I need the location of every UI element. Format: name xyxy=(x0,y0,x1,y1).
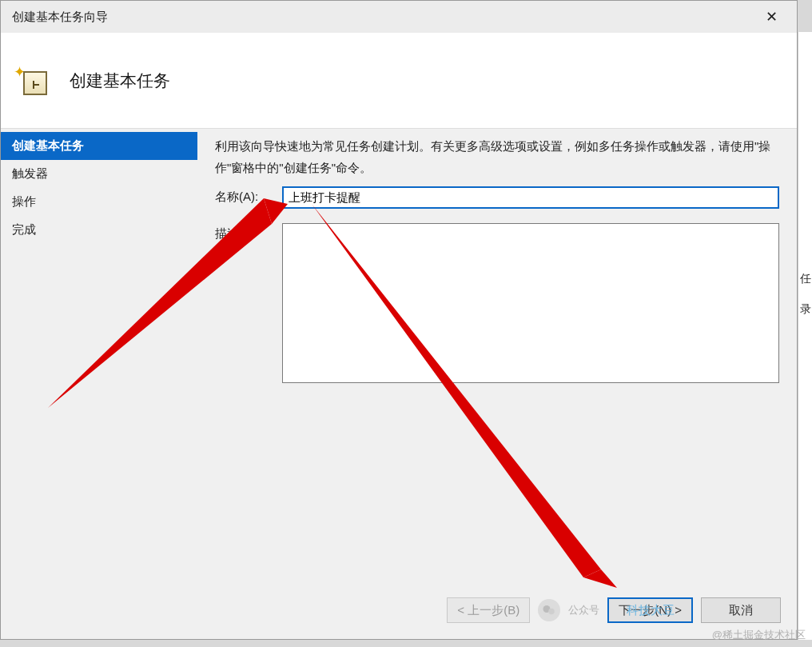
svg-point-1 xyxy=(549,609,555,615)
sidebar-item-trigger[interactable]: 触发器 xyxy=(1,160,197,188)
cancel-button[interactable]: 取消 xyxy=(701,597,781,623)
watermark-prefix: 公众号 xyxy=(568,603,599,617)
task-wizard-icon: ✦ xyxy=(18,66,47,95)
wizard-dialog: 创建基本任务向导 ✕ ✦ 创建基本任务 创建基本任务 触发器 操作 完成 xyxy=(0,0,798,640)
wizard-content: 利用该向导快速地为常见任务创建计划。有关更多高级选项或设置，例如多任务操作或触发… xyxy=(197,129,797,577)
wizard-sidebar: 创建基本任务 触发器 操作 完成 xyxy=(1,129,197,577)
sidebar-item-action[interactable]: 操作 xyxy=(1,188,197,216)
back-button: < 上一步(B) xyxy=(447,597,530,623)
sidebar-item-label: 触发器 xyxy=(12,166,48,180)
sidebar-item-label: 操作 xyxy=(12,194,36,208)
name-input[interactable] xyxy=(282,186,779,209)
outer-text-1: 任 xyxy=(800,272,811,286)
description-input[interactable] xyxy=(282,223,779,383)
wizard-step-title: 创建基本任务 xyxy=(70,70,170,92)
name-label: 名称(A): xyxy=(215,186,282,205)
wechat-icon xyxy=(538,599,560,621)
close-button[interactable]: ✕ xyxy=(755,5,787,29)
dialog-title: 创建基本任务向导 xyxy=(12,10,108,25)
instruction-text: 利用该向导快速地为常见任务创建计划。有关更多高级选项或设置，例如多任务操作或触发… xyxy=(215,135,779,178)
wizard-button-bar: < 上一步(B) 公众号 下一步(N) > 科技大豆 取消 xyxy=(447,597,781,623)
sidebar-item-create-basic-task[interactable]: 创建基本任务 xyxy=(1,132,197,160)
outer-text-2: 录 xyxy=(800,302,811,317)
wizard-header: ✦ 创建基本任务 xyxy=(1,33,797,129)
description-label: 描述 xyxy=(215,223,282,242)
cancel-button-label: 取消 xyxy=(729,603,753,618)
close-icon: ✕ xyxy=(766,8,778,26)
sidebar-item-label: 创建基本任务 xyxy=(12,138,84,152)
sidebar-item-finish[interactable]: 完成 xyxy=(1,216,197,244)
next-button[interactable]: 下一步(N) > 科技大豆 xyxy=(607,597,693,623)
sidebar-item-label: 完成 xyxy=(12,222,36,236)
next-button-label: 下一步(N) > xyxy=(619,603,682,618)
titlebar: 创建基本任务向导 ✕ xyxy=(1,1,797,33)
back-button-label: < 上一步(B) xyxy=(457,603,519,618)
watermark-text: @稀土掘金技术社区 xyxy=(712,628,806,642)
